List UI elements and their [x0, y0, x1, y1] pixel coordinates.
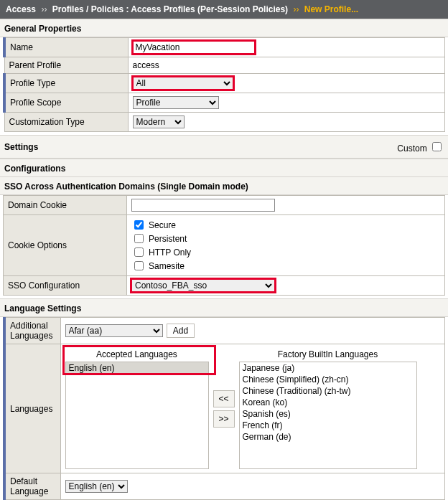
section-general-properties: General Properties: [0, 19, 448, 37]
default-language-select[interactable]: English (en): [65, 480, 128, 493]
highlight-sso-config: Contoso_FBA_sso: [131, 279, 275, 292]
profile-type-select[interactable]: All: [133, 77, 233, 90]
label-languages: Languages: [4, 344, 60, 473]
domain-cookie-input[interactable]: [131, 199, 275, 212]
language-settings-table: Additional Languages Afar (aa) Add Langu…: [3, 317, 445, 500]
list-item[interactable]: German (de): [240, 431, 416, 443]
section-sso: SSO Across Authentication Domains (Singl…: [0, 177, 448, 195]
list-item[interactable]: French (fr): [240, 420, 416, 431]
add-language-button[interactable]: Add: [167, 324, 195, 338]
value-parent-profile: access: [128, 57, 445, 74]
highlight-name: [133, 41, 255, 54]
sso-configuration-select[interactable]: Contoso_FBA_sso: [131, 279, 275, 292]
name-input[interactable]: [133, 41, 255, 54]
breadcrumb-leaf: New Profile...: [304, 4, 358, 14]
breadcrumb-root[interactable]: Access: [6, 4, 36, 14]
additional-languages-select[interactable]: Afar (aa): [65, 324, 163, 337]
factory-languages-listbox[interactable]: Japanese (ja)Chinese (Simplified) (zh-cn…: [239, 362, 417, 469]
chevron-right-icon: ››: [38, 4, 50, 14]
settings-title: Settings: [4, 142, 38, 152]
custom-checkbox[interactable]: [432, 142, 442, 151]
persistent-checkbox[interactable]: [134, 234, 144, 243]
label-cookie-options: Cookie Options: [4, 215, 127, 276]
httponly-checkbox[interactable]: [134, 247, 144, 257]
list-item[interactable]: Chinese (Traditional) (zh-tw): [240, 385, 416, 397]
profile-scope-select[interactable]: Profile: [133, 96, 219, 109]
samesite-checkbox[interactable]: [134, 261, 144, 270]
label-parent-profile: Parent Profile: [4, 57, 128, 74]
accepted-languages-column: Accepted Languages English (en): [65, 348, 209, 469]
list-item[interactable]: Japanese (ja): [240, 362, 416, 374]
label-customization-type: Customization Type: [4, 113, 128, 132]
label-additional-languages: Additional Languages: [4, 318, 60, 344]
general-properties-table: Name Parent Profile access Profile Type …: [3, 37, 445, 132]
move-left-button[interactable]: <<: [213, 390, 235, 407]
persistent-label: Persistent: [149, 232, 187, 245]
breadcrumb: Access ›› Profiles / Policies : Access P…: [0, 0, 448, 19]
label-profile-type: Profile Type: [4, 74, 128, 93]
secure-checkbox[interactable]: [134, 220, 144, 230]
accepted-languages-title: Accepted Languages: [65, 349, 209, 359]
secure-label: Secure: [149, 219, 176, 232]
label-domain-cookie: Domain Cookie: [4, 196, 127, 215]
accepted-languages-listbox[interactable]: English (en): [65, 362, 209, 469]
section-settings: Settings Custom: [0, 135, 448, 159]
customization-type-select[interactable]: Modern: [133, 115, 185, 128]
factory-languages-column: Factory BuiltIn Languages Japanese (ja)C…: [239, 348, 417, 469]
label-default-language: Default Language: [4, 473, 60, 500]
chevron-right-icon: ››: [290, 4, 302, 14]
breadcrumb-mid[interactable]: Profiles / Policies : Access Profiles (P…: [52, 4, 288, 14]
section-configurations: Configurations: [0, 159, 448, 177]
factory-languages-title: Factory BuiltIn Languages: [278, 349, 378, 359]
httponly-label: HTTP Only: [149, 246, 191, 259]
list-item[interactable]: Chinese (Simplified) (zh-cn): [240, 374, 416, 385]
label-profile-scope: Profile Scope: [4, 93, 128, 113]
list-item[interactable]: English (en): [66, 362, 208, 374]
label-name: Name: [4, 38, 128, 57]
list-item[interactable]: Spanish (es): [240, 408, 416, 420]
section-language-settings: Language Settings: [0, 298, 448, 317]
list-item[interactable]: Korean (ko): [240, 397, 416, 408]
move-right-button[interactable]: >>: [213, 410, 235, 428]
label-sso-configuration: SSO Configuration: [4, 276, 127, 296]
sso-table: Domain Cookie Cookie Options Secure Pers…: [3, 195, 445, 296]
samesite-label: Samesite: [149, 260, 185, 273]
custom-label: Custom: [397, 143, 426, 154]
highlight-profile-type: All: [133, 77, 233, 90]
